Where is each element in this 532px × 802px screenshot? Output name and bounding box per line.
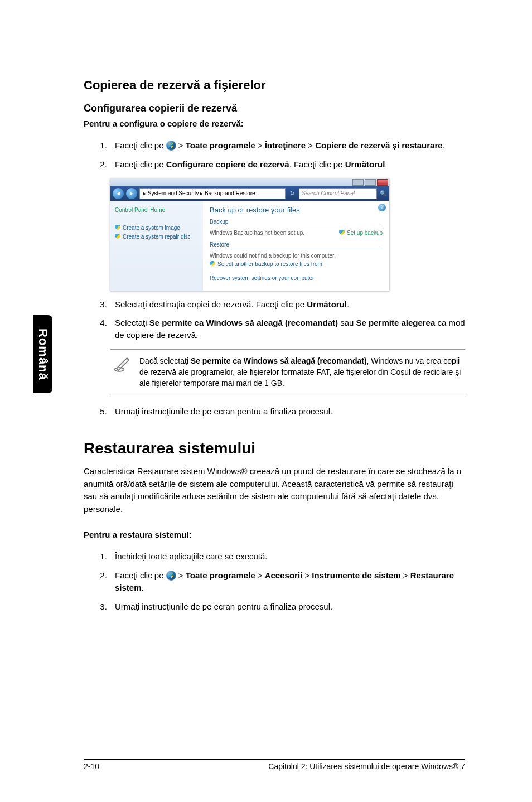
lead-restore: Pentru a restaura sistemul: (84, 530, 465, 539)
nav-back-icon[interactable]: ◄ (113, 188, 124, 199)
minimize-button[interactable] (352, 179, 364, 186)
backup-group-label: Backup (210, 219, 383, 225)
text-bold: Întreţinere (265, 141, 306, 150)
text-bold: Toate programele (186, 571, 255, 580)
subsection-title-config: Configurarea copierii de rezervă (84, 103, 465, 114)
step-5: Urmaţi instrucţiunile de pe ecran pentru… (109, 405, 465, 418)
shield-icon (210, 261, 215, 267)
sidebar-control-panel-home[interactable]: Control Panel Home (115, 206, 199, 215)
text: . Faceţi clic pe (289, 160, 345, 169)
text: . (443, 141, 445, 150)
step-4: Selectaţi Se permite ca Windows să aleag… (109, 317, 465, 341)
text: . (347, 299, 349, 309)
text: sau (338, 318, 356, 327)
text-bold: Următorul (307, 299, 347, 309)
text-bold: Se permite ca Windows să aleagă (recoman… (149, 318, 338, 327)
restore-body: Caracteristica Restaurare sistem Windows… (84, 465, 465, 515)
text: Selectaţi destinaţia copiei de rezervă. … (115, 299, 307, 309)
search-icon[interactable]: 🔍 (379, 190, 387, 196)
text-bold: Următorul (345, 160, 385, 169)
step-1: Faceţi clic pe > Toate programele > Într… (109, 139, 465, 152)
recover-system-link[interactable]: Recover system settings or your computer (210, 275, 383, 281)
main-title: Back up or restore your files (210, 206, 383, 214)
text-bold: Configurare copiere de rezervă (166, 160, 289, 169)
section-title-restore: Restaurarea sistemului (84, 439, 465, 457)
text-bold: Se permite ca Windows să aleagă (recoman… (191, 356, 367, 365)
language-side-tab: Română (33, 315, 52, 393)
text: > (255, 571, 265, 580)
window-titlebar (110, 178, 389, 186)
text: > (255, 141, 265, 150)
backup-status-text: Windows Backup has not been set up. (210, 230, 304, 236)
text: Set up backup (347, 230, 383, 236)
refresh-icon[interactable]: ↻ (288, 190, 297, 196)
sidebar-create-system-image[interactable]: Create a system image (115, 224, 199, 233)
shield-icon (115, 234, 120, 239)
breadcrumb[interactable]: ▸ System and Security ▸ Backup and Resto… (139, 188, 286, 199)
text-bold: Se permite alegerea (356, 318, 436, 327)
chapter-title: Capitolul 2: Utilizarea sistemului de op… (268, 762, 465, 771)
text: Create a system repair disc (123, 234, 191, 240)
select-another-backup-link[interactable]: Select another backup to restore files f… (210, 261, 383, 267)
page-footer: 2-10 Capitolul 2: Utilizarea sistemului … (84, 759, 465, 771)
text: Faceţi clic pe (115, 160, 166, 169)
shield-icon (339, 230, 345, 235)
note-box: Dacă selectaţi Se permite ca Windows să … (110, 349, 465, 395)
nav-bar: ◄ ► ▸ System and Security ▸ Backup and R… (110, 186, 389, 201)
step-2: Faceţi clic pe Configurare copiere de re… (109, 158, 465, 171)
sidebar-create-repair-disc[interactable]: Create a system repair disc (115, 233, 199, 241)
restore-step-2: Faceţi clic pe > Toate programele > Acce… (109, 569, 465, 594)
restore-step-3: Urmaţi instrucţiunile de pe ecran pentru… (109, 601, 465, 613)
windows-orb-icon (166, 571, 176, 581)
text: > (176, 571, 186, 580)
help-icon[interactable]: ? (378, 204, 386, 211)
note-text: Dacă selectaţi Se permite ca Windows să … (139, 355, 463, 389)
text: > (302, 571, 312, 580)
text: Selectaţi (115, 318, 149, 327)
main-pane: ? Back up or restore your files Backup W… (203, 201, 389, 291)
restore-status-text: Windows could not find a backup for this… (210, 253, 383, 259)
text-bold: Copiere de rezervă şi restaurare (315, 141, 442, 150)
close-button[interactable] (377, 179, 388, 186)
nav-forward-icon[interactable]: ► (126, 188, 137, 199)
restore-step-1: Închideţi toate aplicaţiile care se exec… (109, 550, 465, 563)
text: Faceţi clic pe (115, 571, 166, 580)
section-title-backup: Copierea de rezervă a fişierelor (84, 78, 465, 93)
maximize-button[interactable] (365, 179, 376, 186)
text: > (306, 141, 315, 150)
control-panel-sidebar: Control Panel Home Create a system image… (110, 201, 203, 291)
text: Dacă selectaţi (139, 356, 191, 365)
text: . (385, 160, 387, 169)
text-bold: Instrumente de sistem (312, 571, 400, 580)
text: > (176, 141, 186, 150)
text: . (142, 583, 144, 592)
note-pencil-icon (113, 355, 132, 374)
text: Faceţi clic pe (115, 141, 166, 150)
page-number: 2-10 (84, 762, 99, 771)
backup-restore-screenshot: ◄ ► ▸ System and Security ▸ Backup and R… (110, 178, 389, 291)
text: Select another backup to restore files f… (217, 261, 322, 267)
shield-icon (115, 225, 120, 230)
restore-group-label: Restore (210, 241, 383, 248)
backup-status-row: Windows Backup has not been set up. Set … (210, 230, 383, 236)
text: Create a system image (123, 225, 180, 231)
setup-backup-link[interactable]: Set up backup (339, 230, 383, 236)
text-bold: Toate programele (186, 141, 255, 150)
text: > (401, 571, 410, 580)
text-bold: Accesorii (265, 571, 303, 580)
search-input[interactable]: Search Control Panel (299, 188, 377, 199)
step-3: Selectaţi destinaţia copiei de rezervă. … (109, 298, 465, 311)
lead-config-backup: Pentru a configura o copiere de rezervă: (84, 119, 465, 128)
windows-orb-icon (166, 141, 176, 151)
